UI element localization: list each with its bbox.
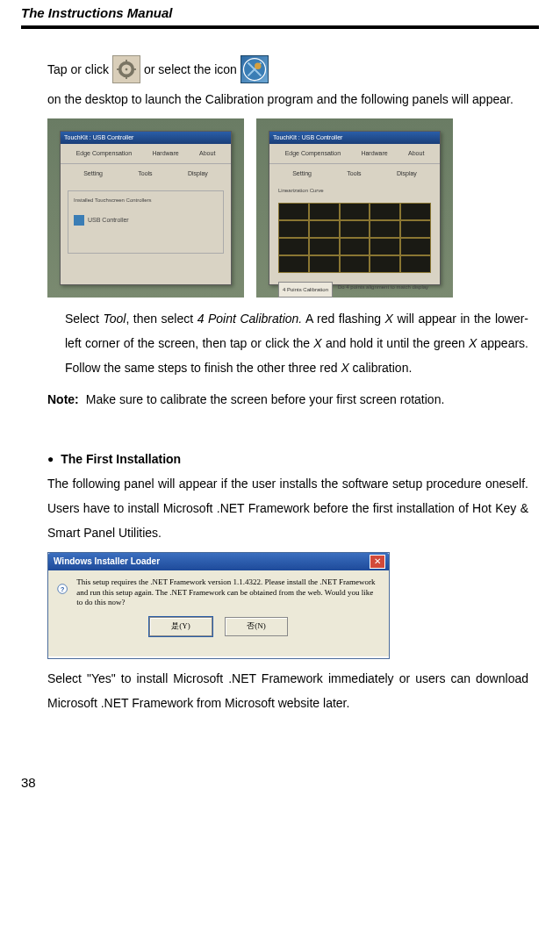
installer-buttons: 是(Y) 否(N) — [57, 617, 380, 636]
calibration-buttons: 4 Points Calibration Do 4 points alignme… — [269, 278, 440, 298]
intro-text-2: or select the icon — [144, 57, 237, 82]
installer-titlebar: Windows Installer Loader ✕ — [48, 553, 389, 570]
curve-label: Linearization Curve — [269, 183, 440, 197]
svg-point-7 — [255, 63, 262, 70]
tab-item: Tools — [138, 168, 152, 180]
text: A red flashing — [302, 312, 384, 326]
tab-item: Hardware — [152, 147, 178, 160]
linearization-grid — [278, 203, 431, 273]
close-icon: ✕ — [370, 555, 385, 569]
four-point-desc: Do 4 points alignment to match display — [336, 282, 428, 298]
page-number: 38 — [21, 775, 539, 790]
tab-item: Edge Compensation — [285, 147, 341, 160]
tab-item: Display — [397, 168, 417, 180]
question-icon: ? — [57, 577, 68, 600]
tab-item: Edge Compensation — [76, 147, 132, 160]
intro-text-1: Tap or click — [47, 57, 109, 82]
marker-x: X — [385, 312, 393, 326]
yes-button: 是(Y) — [149, 617, 212, 636]
page-header: The Instructions Manual — [21, 0, 539, 29]
tab-item: Display — [188, 168, 208, 180]
after-installer-text: Select "Yes" to install Microsoft .NET F… — [47, 666, 528, 715]
window-tabs-row2: Setting Tools Display — [269, 164, 440, 183]
section-heading: ● The First Installation — [47, 447, 528, 471]
usb-icon — [74, 215, 84, 226]
tab-item: Hardware — [361, 147, 387, 160]
screenshot-linearization-curve: TouchKit : USB Controller Edge Compensat… — [256, 118, 453, 298]
section-title: The First Installation — [61, 447, 181, 471]
window-tabs: Edge Compensation Hardware About — [269, 144, 440, 164]
note-label: Note: — [47, 387, 79, 412]
group-label: Installed Touchscreen Controllers — [74, 195, 218, 205]
tab-item: About — [408, 147, 424, 160]
bullet-icon: ● — [47, 448, 54, 470]
screenshot-usb-controller-main: TouchKit : USB Controller Edge Compensat… — [47, 118, 244, 298]
window-tabs: Edge Compensation Hardware About — [61, 144, 231, 164]
calibration-instructions: Select Tool, then select 4 Point Calibra… — [47, 306, 528, 380]
installer-message: This setup requires the .NET Framework v… — [76, 577, 380, 608]
text: calibration. — [349, 361, 413, 375]
document-page: The Instructions Manual Tap or click or … — [0, 0, 560, 807]
window-titlebar: TouchKit : USB Controller — [269, 132, 440, 144]
marker-x: X — [469, 336, 477, 350]
intro-text-3: on the desktop to launch the Calibration… — [47, 87, 513, 111]
screenshot-window: TouchKit : USB Controller Edge Compensat… — [60, 131, 232, 285]
svg-point-1 — [126, 68, 128, 71]
tab-item: About — [199, 147, 215, 160]
tab-item: Setting — [292, 168, 312, 180]
window-titlebar: TouchKit : USB Controller — [61, 132, 231, 144]
page-title: The Instructions Manual — [21, 5, 539, 25]
note-text: Make sure to calibrate the screen before… — [86, 387, 445, 412]
window-body: Installed Touchscreen Controllers USB Co… — [61, 183, 231, 261]
text: and hold it until the green — [322, 336, 469, 350]
svg-text:?: ? — [61, 585, 65, 593]
tab-item: Tools — [347, 168, 361, 180]
screenshot-windows-installer: Windows Installer Loader ✕ ? This setup … — [47, 552, 390, 659]
installer-title: Windows Installer Loader — [52, 553, 160, 570]
four-point-button: 4 Points Calibration — [278, 282, 333, 298]
screenshots-row: TouchKit : USB Controller Edge Compensat… — [47, 118, 528, 298]
tab-item: Setting — [83, 168, 103, 180]
note-row: Note: Make sure to calibrate the screen … — [47, 387, 528, 412]
text: Select — [65, 312, 103, 326]
screenshot-window: TouchKit : USB Controller Edge Compensat… — [269, 131, 441, 285]
section-body: The following panel will appear if the u… — [47, 471, 528, 545]
menu-item-name: 4 Point Calibration. — [197, 312, 303, 326]
touchkit-desktop-icon — [241, 55, 269, 83]
intro-paragraph: Tap or click or select the icon — [47, 55, 528, 111]
text: , then select — [126, 312, 197, 326]
installer-body: ? This setup requires the .NET Framework… — [48, 570, 389, 656]
installer-message-row: ? This setup requires the .NET Framework… — [57, 577, 380, 608]
no-button: 否(N) — [225, 617, 288, 636]
page-content: Tap or click or select the icon — [21, 29, 539, 740]
marker-x: X — [313, 336, 321, 350]
controller-item: USB Controller — [88, 214, 129, 226]
calibration-target-icon — [112, 55, 140, 83]
tool-name: Tool — [103, 312, 126, 326]
window-tabs-row2: Setting Tools Display — [61, 164, 231, 183]
marker-x: X — [341, 361, 348, 375]
